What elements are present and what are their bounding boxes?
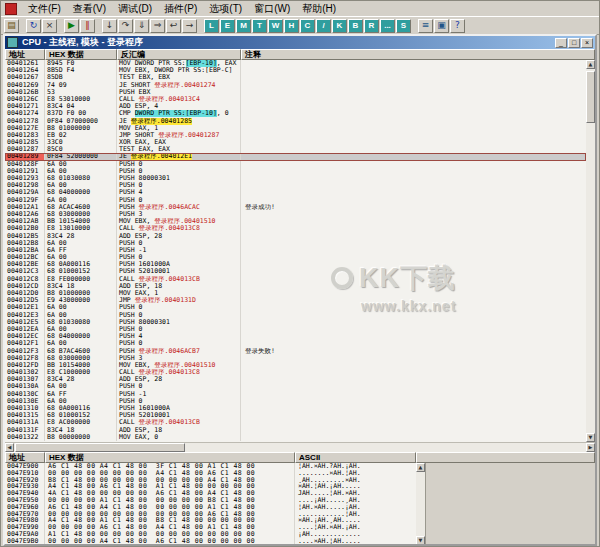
disasm-row[interactable]: 0040130E6A 00PUSH 0: [5, 398, 586, 405]
disasm-row[interactable]: 00401283EB 02JMP SHORT 登录程序.00401287: [5, 132, 586, 139]
dump-row[interactable]: 0047E920B8 C1 48 00 00 00 00 00 00 00 00…: [5, 477, 416, 484]
scroll-down-button[interactable]: ▼: [586, 433, 595, 442]
disasm-row[interactable]: 0040129F6A 00PUSH 0: [5, 197, 586, 204]
disasm-row[interactable]: 004012EC68 04000000PUSH 4: [5, 333, 586, 340]
dump-scroll-down-button[interactable]: ▼: [416, 536, 425, 545]
executables-window-button[interactable]: E: [220, 19, 235, 33]
disasm-row[interactable]: 0040128533C0XOR EAX, EAX: [5, 139, 586, 146]
menu-file[interactable]: 文件(F): [22, 1, 67, 17]
animate-into-button[interactable]: ⇓: [134, 19, 149, 33]
help-button[interactable]: ?: [450, 19, 465, 33]
memory-window-button[interactable]: M: [236, 19, 251, 33]
run-button[interactable]: ▶: [64, 19, 79, 33]
maximize-button[interactable]: □: [568, 38, 580, 48]
disasm-row[interactable]: 004012E36A 00PUSH 0: [5, 312, 586, 319]
options-button[interactable]: ≡: [418, 19, 433, 33]
disasm-row[interactable]: 0040131568 01000152PUSH 52010001: [5, 412, 586, 419]
disasm-row[interactable]: 004012FDBB 10154000MOV EBX, 登录程序.0040151…: [5, 362, 586, 369]
dump-row[interactable]: 0047E900A6 C1 48 00 A4 C1 48 00 3F C1 48…: [5, 463, 416, 470]
references-window-button[interactable]: R: [364, 19, 379, 33]
cpu-title-bar[interactable]: CPU - 主线程, 模块 - 登录程序 _ □ ×: [5, 36, 595, 49]
dump-row[interactable]: 0047E99000 00 00 00 A6 C1 48 00 A4 C1 48…: [5, 524, 416, 531]
dump-row[interactable]: 0047E95000 00 00 00 A1 C1 48 00 00 00 00…: [5, 497, 416, 504]
menu-options[interactable]: 选项(T): [203, 1, 248, 17]
menu-window[interactable]: 窗口(W): [248, 1, 296, 17]
menu-view[interactable]: 查看(V): [67, 1, 112, 17]
disasm-row[interactable]: 004012F868 03000000PUSH 3: [5, 355, 586, 362]
disasm-row[interactable]: 004012B86A 00PUSH 0: [5, 240, 586, 247]
disasm-row[interactable]: 00401274837D F0 00CMP DWORD PTR SS:[EBP-…: [5, 110, 586, 117]
disasm-row[interactable]: 0040126974 09JE SHORT 登录程序.00401274: [5, 82, 586, 89]
breakpoints-window-button[interactable]: B: [348, 19, 363, 33]
dump-row[interactable]: 0047E91000 00 00 00 00 00 00 00 A4 C1 48…: [5, 470, 416, 477]
log-window-button[interactable]: L: [204, 19, 219, 33]
disasm-scrollbar-thumb[interactable]: [586, 71, 595, 123]
patches-window-button[interactable]: /: [316, 19, 331, 33]
disasm-row[interactable]: 004012986A 00PUSH 0: [5, 182, 586, 189]
disasm-row[interactable]: 004012618945 F0MOV DWORD PTR SS:[EBP-10]…: [5, 60, 586, 67]
menu-help[interactable]: 帮助(H): [296, 1, 342, 17]
disasm-row[interactable]: 004012648B5D F4MOV EBX, DWORD PTR SS:[EB…: [5, 67, 586, 74]
minimize-button[interactable]: _: [555, 38, 567, 48]
disasm-row[interactable]: 004012A168 ACAC4600PUSH 登录程序.0046ACAC登录成…: [5, 204, 586, 211]
dump-row[interactable]: 0047E980A4 C1 48 00 A1 C1 48 00 B8 C1 48…: [5, 517, 416, 524]
disasm-row[interactable]: 0040128F6A 00PUSH 0: [5, 161, 586, 168]
disasm-hscrollbar[interactable]: ◀ ▶: [5, 442, 595, 452]
source-window-button[interactable]: S: [396, 19, 411, 33]
disasm-row[interactable]: 004012F16A 00PUSH 0: [5, 340, 586, 347]
disasm-row[interactable]: 004012BC6A 00PUSH 0: [5, 254, 586, 261]
disasm-row[interactable]: 004012B0E8 13010000CALL 登录程序.004013C8: [5, 225, 586, 232]
disasm-row[interactable]: 0040127183C4 04ADD ESP, 4: [5, 103, 586, 110]
menu-plugins[interactable]: 插件(P): [158, 1, 203, 17]
disasm-row[interactable]: 0040126785DBTEST EBX, EBX: [5, 74, 586, 81]
disasm-row[interactable]: 0040127EB8 01000000MOV EAX, 1: [5, 125, 586, 132]
dump-row[interactable]: 0047E97000 00 00 00 00 00 00 00 00 00 00…: [5, 511, 416, 518]
exec-till-return-button[interactable]: ↩: [166, 19, 181, 33]
disasm-row[interactable]: 004012890F84 52000000JE 登录程序.004012E1: [5, 153, 586, 160]
dump-row[interactable]: 0047E9404A C1 48 00 00 00 00 00 A6 C1 48…: [5, 490, 416, 497]
scroll-up-button[interactable]: ▲: [586, 60, 595, 69]
disasm-row[interactable]: 0040126B53PUSH EBX: [5, 89, 586, 96]
disasm-row[interactable]: 004012C368 01000152PUSH 52010001: [5, 268, 586, 275]
threads-window-button[interactable]: T: [252, 19, 267, 33]
disasm-row[interactable]: 004012B583C4 28ADD ESP, 28: [5, 233, 586, 240]
disasm-row[interactable]: 0040131F83C4 18ADD ESP, 18: [5, 427, 586, 434]
disasm-hscrollbar-thumb[interactable]: [15, 443, 185, 452]
disasm-row[interactable]: 0040130A6A 00PUSH 0: [5, 383, 586, 390]
step-over-button[interactable]: ↷: [118, 19, 133, 33]
disasm-row[interactable]: 004012A668 03000000PUSH 3: [5, 211, 586, 218]
restart-button[interactable]: ↻: [26, 19, 41, 33]
dump-row[interactable]: 0047E960A6 C1 48 00 A4 C1 48 00 00 00 00…: [5, 504, 416, 511]
disasm-row[interactable]: 0040130C6A FFPUSH -1: [5, 391, 586, 398]
disasm-row[interactable]: 004012BE68 0A000116PUSH 1601000A: [5, 261, 586, 268]
disasm-row[interactable]: 004012BA6A FFPUSH -1: [5, 247, 586, 254]
call-stack-window-button[interactable]: K: [332, 19, 347, 33]
cpu-window-button[interactable]: C: [300, 19, 315, 33]
dump-vscrollbar[interactable]: ▲ ▼: [416, 463, 425, 545]
dump-row[interactable]: 0047E9A0A1 C1 48 00 00 00 00 00 00 00 00…: [5, 531, 416, 538]
disasm-row[interactable]: 00401322B8 00000000MOV EAX, 0: [5, 434, 586, 441]
close-program-button[interactable]: ×: [42, 19, 57, 33]
disasm-row[interactable]: 00401302E8 C1000000CALL 登录程序.004013C8: [5, 369, 586, 376]
menu-debug[interactable]: 调试(D): [112, 1, 158, 17]
disasm-row[interactable]: 004012D5E9 43000000JMP 登录程序.0040131D: [5, 297, 586, 304]
dump-row[interactable]: 0047E9B000 00 00 00 A4 C1 48 00 A6 C1 48…: [5, 538, 416, 545]
dump-row[interactable]: 0047E930A4 C1 48 00 A6 C1 48 00 A1 C1 48…: [5, 483, 416, 490]
dump-scroll-up-button[interactable]: ▲: [416, 463, 425, 472]
disasm-vscrollbar[interactable]: ▲ ▼: [586, 60, 595, 442]
disasm-row[interactable]: 0040129A68 04000000PUSH 4: [5, 189, 586, 196]
appearance-button[interactable]: ▣: [434, 19, 449, 33]
disasm-row[interactable]: 0040129368 01030080PUSH 80000301: [5, 175, 586, 182]
disasm-row[interactable]: 0040128785C0TEST EAX, EAX: [5, 146, 586, 153]
animate-over-button[interactable]: ⇒: [150, 19, 165, 33]
disasm-row[interactable]: 004012E16A 00PUSH 0: [5, 304, 586, 311]
disasm-row[interactable]: 004012780F84 07000000JE 登录程序.00401285: [5, 118, 586, 125]
disasm-row[interactable]: 0040126CE8 53010000CALL 登录程序.004013C4: [5, 96, 586, 103]
step-into-button[interactable]: ↓: [102, 19, 117, 33]
disasm-row[interactable]: 0040131AE8 AC000000CALL 登录程序.004013CB: [5, 419, 586, 426]
disasm-row[interactable]: 0040130783C4 28ADD ESP, 28: [5, 376, 586, 383]
run-trace-window-button[interactable]: ...: [380, 19, 395, 33]
disasm-row[interactable]: 004012EA6A 00PUSH 0: [5, 326, 586, 333]
scroll-right-button[interactable]: ▶: [586, 443, 595, 452]
open-button[interactable]: ▤: [4, 19, 19, 33]
